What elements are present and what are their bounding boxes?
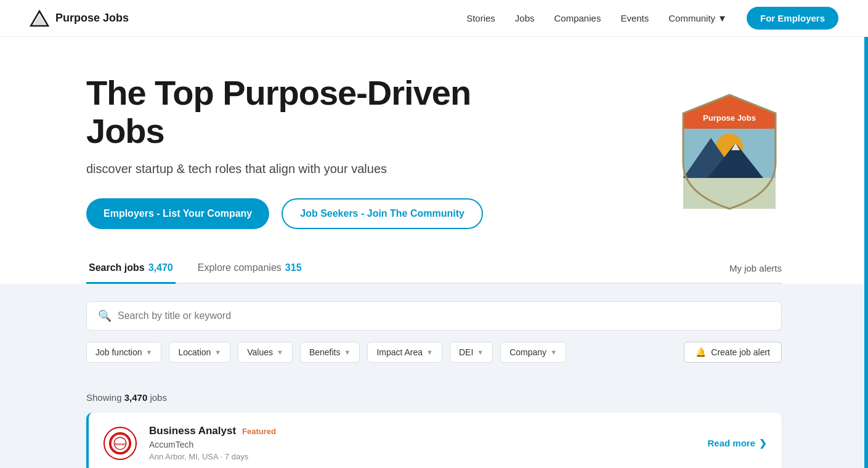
hero-title: The Top Purpose-Driven Jobs (86, 74, 505, 150)
filter-benefits-label: Benefits (309, 347, 341, 357)
filter-company[interactable]: Company ▼ (500, 342, 566, 363)
create-job-alert-button[interactable]: 🔔 Create job alert (684, 342, 782, 363)
chevron-down-icon: ▼ (426, 349, 433, 356)
showing-count: 3,470 (124, 392, 148, 403)
tabs-left: Search jobs3,470 Explore companies315 (86, 254, 324, 283)
hero-subtitle: discover startup & tech roles that align… (86, 162, 505, 176)
filter-dei[interactable]: DEI ▼ (450, 342, 493, 363)
right-accent-bar (864, 0, 868, 468)
company-name: AccumTech (149, 440, 276, 450)
results-section: Showing 3,470 jobs Accum Business Analys… (0, 380, 868, 468)
logo-link[interactable]: Purpose Jobs (30, 10, 129, 27)
chevron-down-icon: ▼ (718, 13, 727, 23)
tab-search-jobs[interactable]: Search jobs3,470 (86, 254, 176, 284)
chevron-down-icon: ▼ (214, 349, 221, 356)
hero-badge: Purpose Jobs (677, 89, 782, 214)
search-input[interactable] (118, 310, 770, 321)
chevron-down-icon: ▼ (344, 349, 351, 356)
job-title-row: Business Analyst Featured (149, 425, 276, 437)
showing-text: Showing 3,470 jobs (86, 392, 782, 403)
search-bar: 🔍 (86, 301, 782, 331)
featured-badge: Featured (242, 427, 276, 436)
showing-suffix: jobs (150, 392, 167, 403)
search-icon: 🔍 (98, 309, 112, 323)
chevron-down-icon: ▼ (477, 349, 484, 356)
filter-location[interactable]: Location ▼ (169, 342, 230, 363)
job-card: Accum Business Analyst Featured AccumTec… (86, 413, 782, 468)
for-employers-button[interactable]: For Employers (747, 7, 838, 30)
read-more-button[interactable]: Read more ❯ (707, 438, 767, 449)
showing-prefix: Showing (86, 392, 122, 403)
filter-impact-label: Impact Area (376, 347, 423, 357)
chevron-down-icon: ▼ (277, 349, 283, 356)
tab-explore-companies[interactable]: Explore companies315 (195, 254, 304, 284)
job-card-left: Accum Business Analyst Featured AccumTec… (103, 425, 276, 461)
filter-job-function[interactable]: Job function ▼ (86, 342, 161, 363)
job-location: Ann Arbor, MI, USA (149, 452, 218, 461)
tab-search-jobs-label: Search jobs (89, 262, 145, 273)
job-days-ago: 7 days (225, 452, 248, 461)
nav-companies[interactable]: Companies (554, 13, 601, 23)
chevron-right-icon: ❯ (759, 438, 767, 449)
company-logo: Accum (103, 427, 137, 460)
tab-explore-count: 315 (285, 262, 302, 273)
navbar: Purpose Jobs Stories Jobs Companies Even… (0, 0, 868, 37)
filter-benefits[interactable]: Benefits ▼ (300, 342, 360, 363)
svg-text:Purpose Jobs: Purpose Jobs (703, 113, 756, 123)
tab-search-jobs-count: 3,470 (148, 262, 173, 273)
nav-community[interactable]: Community ▼ (668, 13, 727, 23)
logo-text: Purpose Jobs (55, 12, 129, 25)
job-separator: · (221, 452, 225, 461)
logo-icon (30, 10, 49, 27)
filter-impact-area[interactable]: Impact Area ▼ (367, 342, 442, 363)
chevron-down-icon: ▼ (146, 349, 153, 356)
hero-section: The Top Purpose-Driven Jobs discover sta… (0, 37, 868, 254)
hero-buttons: Employers - List Your Company Job Seeker… (86, 198, 505, 229)
filter-location-label: Location (178, 347, 211, 357)
filter-dei-label: DEI (459, 347, 473, 357)
chevron-down-icon: ▼ (550, 349, 557, 356)
job-info: Business Analyst Featured AccumTech Ann … (149, 425, 276, 461)
nav-links: Stories Jobs Companies Events Community … (466, 7, 838, 30)
hero-content: The Top Purpose-Driven Jobs discover sta… (86, 74, 505, 229)
filter-values[interactable]: Values ▼ (238, 342, 293, 363)
my-job-alerts-link[interactable]: My job alerts (729, 263, 782, 273)
read-more-label: Read more (707, 438, 755, 448)
nav-events[interactable]: Events (620, 13, 649, 23)
accumtech-logo-icon: Accum (110, 432, 130, 454)
employers-cta-button[interactable]: Employers - List Your Company (86, 198, 269, 229)
bell-icon: 🔔 (696, 347, 706, 357)
filter-values-label: Values (247, 347, 273, 357)
nav-jobs[interactable]: Jobs (515, 13, 535, 23)
nav-stories[interactable]: Stories (466, 13, 495, 23)
tabs-section: Search jobs3,470 Explore companies315 My… (0, 254, 868, 284)
tab-explore-label: Explore companies (198, 262, 282, 273)
job-title: Business Analyst (149, 425, 236, 437)
filter-row: Job function ▼ Location ▼ Values ▼ Benef… (86, 342, 782, 363)
tabs-row: Search jobs3,470 Explore companies315 My… (86, 254, 782, 284)
filter-company-label: Company (509, 347, 546, 357)
job-meta: Ann Arbor, MI, USA · 7 days (149, 452, 276, 461)
filter-job-function-label: Job function (95, 347, 142, 357)
jobseekers-cta-button[interactable]: Job Seekers - Join The Community (282, 198, 483, 229)
create-alert-label: Create job alert (711, 347, 770, 357)
svg-text:Accum: Accum (115, 441, 126, 445)
search-section: 🔍 Job function ▼ Location ▼ Values ▼ Ben… (0, 284, 868, 380)
purpose-jobs-badge-icon: Purpose Jobs (677, 89, 782, 212)
